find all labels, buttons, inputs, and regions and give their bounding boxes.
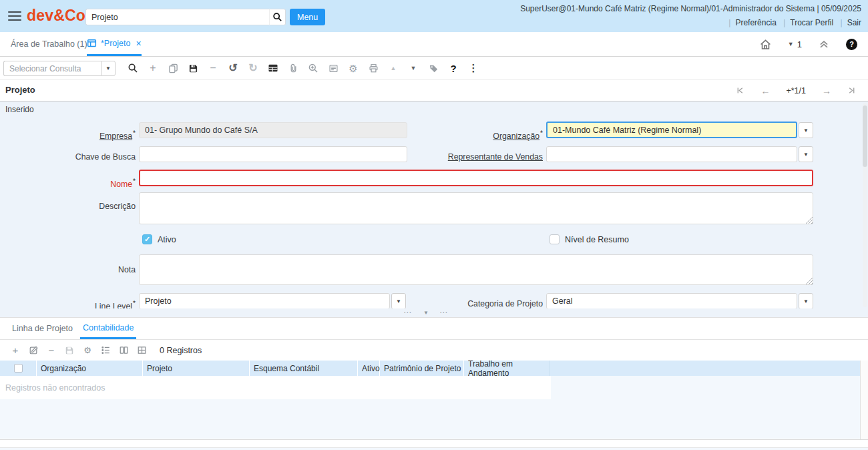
delete-record-icon[interactable]: −	[206, 60, 220, 76]
column-header-ativo[interactable]: Ativo	[358, 361, 380, 376]
grid-scrollbar-gutter[interactable]	[860, 361, 868, 440]
home-icon[interactable]	[759, 38, 772, 51]
detail-process-icon[interactable]: ⚙	[81, 345, 93, 357]
empresa-field[interactable]	[139, 122, 407, 138]
select-query-combobox: Selecionar Consulta ▼	[3, 61, 116, 76]
help-icon[interactable]: ?	[846, 39, 857, 50]
organizacao-dropdown-button[interactable]: ▼	[799, 122, 813, 138]
more-options-icon[interactable]: ⋮	[466, 60, 481, 76]
organizacao-label: Organização*	[413, 126, 543, 144]
user-session-info: SuperUser@01-Mundo Café Matriz (Regime N…	[520, 4, 861, 13]
window-count-dropdown[interactable]: ▼ 1	[788, 39, 802, 49]
rep-dropdown-button[interactable]: ▼	[799, 146, 813, 162]
detail-tab-bar: Linha de Projeto Contabilidade	[0, 318, 868, 340]
line-level-dropdown-button[interactable]: ▼	[391, 293, 406, 309]
toggle-grid-icon[interactable]	[266, 60, 280, 76]
categoria-dropdown-button[interactable]: ▼	[799, 293, 813, 309]
nota-label: Nota	[5, 265, 136, 274]
required-mark: *	[540, 130, 543, 137]
detail-columns-icon[interactable]	[118, 345, 130, 357]
preference-link[interactable]: Preferência	[735, 18, 776, 27]
breadcrumb-bar: Projeto ← +*1/1 →	[0, 80, 868, 101]
nota-field[interactable]	[139, 254, 813, 285]
required-mark: *	[133, 130, 136, 137]
tab-workspace[interactable]: Área de Trabalho (1)	[11, 32, 87, 56]
application-window: dev&Co. Menu SuperUser@01-Mundo Café Mat…	[0, 0, 868, 450]
organizacao-label-link[interactable]: Organização	[493, 132, 539, 141]
column-header-organizacao[interactable]: Organização	[37, 361, 143, 376]
copy-record-icon[interactable]	[166, 60, 180, 76]
switch-role-link[interactable]: Trocar Perfil	[790, 18, 833, 27]
tab-linha-de-projeto[interactable]: Linha de Projeto	[9, 318, 75, 339]
find-record-icon[interactable]	[126, 60, 140, 76]
record-status: Inserido	[5, 105, 34, 114]
record-count: 0 Registros	[160, 346, 202, 355]
detail-edit-icon[interactable]	[27, 345, 39, 357]
undo-icon[interactable]: ↺	[226, 60, 240, 76]
window-tab-bar: Área de Trabalho (1) *Projeto × ▼ 1 ?	[0, 32, 868, 57]
detail-delete-icon[interactable]: −	[45, 345, 57, 357]
ativo-checkbox[interactable]: ✓	[142, 234, 152, 244]
ativo-label: Ativo	[158, 235, 176, 244]
label-tag-icon[interactable]	[426, 60, 441, 76]
report-icon[interactable]	[326, 60, 341, 76]
tab-projeto[interactable]: *Projeto ×	[87, 32, 142, 56]
categoria-field[interactable]	[546, 293, 797, 309]
first-record-icon[interactable]	[736, 86, 744, 95]
refresh-icon[interactable]: ↻	[246, 60, 260, 76]
rep-label-link[interactable]: Representante de Vendas	[448, 152, 543, 162]
empresa-label: Empresa*	[5, 126, 136, 144]
select-query-dropdown-button[interactable]: ▼	[101, 61, 116, 76]
chave-field[interactable]	[139, 146, 407, 162]
previous-record-icon[interactable]: ←	[761, 85, 770, 96]
column-header-projeto[interactable]: Projeto	[143, 361, 250, 376]
zoom-across-icon[interactable]	[306, 60, 320, 76]
panel-splitter: ⋯ ▼ ⋯	[0, 308, 868, 317]
menu-button[interactable]: Menu	[290, 9, 325, 25]
detail-record-icon[interactable]: ▼	[406, 60, 421, 76]
nivel-resumo-checkbox[interactable]: ✓	[550, 234, 560, 244]
splitter-dots-icon: ⋯	[439, 308, 449, 317]
brand-logo[interactable]: dev&Co.	[27, 7, 90, 25]
tab-close-icon[interactable]: ×	[136, 38, 141, 49]
detail-grid-toggle-icon[interactable]	[136, 345, 148, 357]
hamburger-menu-icon[interactable]	[8, 11, 21, 21]
next-record-icon[interactable]: →	[822, 85, 831, 96]
nome-field[interactable]	[139, 170, 813, 186]
attachment-icon[interactable]	[286, 60, 300, 76]
select-query-input[interactable]: Selecionar Consulta	[3, 61, 101, 76]
grid-header-row: Organização Projeto Esquema Contábil Ati…	[0, 361, 860, 376]
column-header-trabalho[interactable]: Trabalho em Andamento	[464, 361, 550, 376]
tab-projeto-label: *Projeto	[101, 39, 130, 48]
search-icon	[272, 12, 282, 22]
select-all-checkbox[interactable]	[14, 364, 23, 373]
last-record-icon[interactable]	[847, 86, 856, 95]
tab-contabilidade[interactable]: Contabilidade	[80, 318, 136, 339]
record-form: Inserido Empresa* Organização* ▼ Chave d…	[0, 101, 868, 308]
detail-add-icon[interactable]: +	[9, 345, 21, 357]
detail-save-icon[interactable]	[63, 345, 75, 357]
search-button[interactable]	[269, 9, 286, 25]
parent-record-icon[interactable]: ▲	[386, 60, 401, 76]
descricao-label: Descrição	[5, 202, 136, 211]
organizacao-field[interactable]	[546, 122, 797, 138]
form-scrollbar[interactable]	[863, 103, 867, 307]
logout-link[interactable]: Sair	[847, 18, 861, 27]
empresa-label-link[interactable]: Empresa	[99, 132, 132, 141]
collapse-header-icon[interactable]	[818, 38, 830, 50]
column-header-esquema-contabil[interactable]: Esquema Contábil	[250, 361, 358, 376]
descricao-field[interactable]	[139, 192, 813, 224]
save-icon[interactable]	[186, 60, 200, 76]
window-grid-icon	[87, 38, 97, 48]
detail-sequence-icon[interactable]	[99, 345, 112, 357]
rep-field[interactable]	[546, 146, 797, 162]
line-level-field[interactable]	[139, 293, 390, 309]
column-header-patrimonio[interactable]: Patrimônio de Projeto	[380, 361, 464, 376]
new-record-icon[interactable]: +	[146, 60, 160, 76]
splitter-handle[interactable]: ⋯ ▼ ⋯	[403, 308, 449, 317]
check-icon: ✓	[144, 236, 150, 243]
print-icon[interactable]	[366, 60, 381, 76]
process-gear-icon[interactable]: ⚙	[346, 60, 361, 76]
global-search-input[interactable]	[85, 9, 269, 25]
window-help-icon[interactable]: ?	[446, 60, 461, 76]
